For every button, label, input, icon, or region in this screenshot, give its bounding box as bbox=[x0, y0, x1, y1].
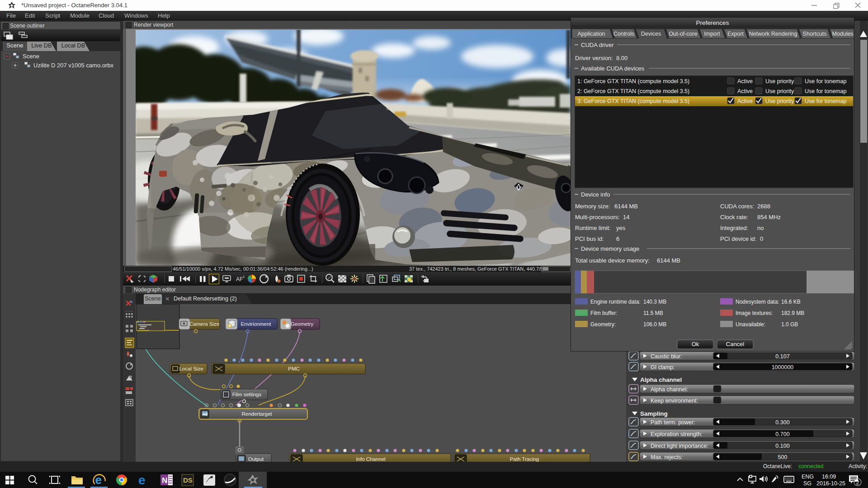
svg-text:140.3 MB: 140.3 MB bbox=[643, 299, 666, 305]
svg-text:Info Channel: Info Channel bbox=[356, 456, 385, 462]
svg-text:500: 500 bbox=[778, 454, 788, 460]
svg-text:Cancel: Cancel bbox=[726, 341, 745, 347]
svg-text:6144 MB: 6144 MB bbox=[657, 257, 680, 264]
svg-text:Export: Export bbox=[727, 31, 744, 37]
svg-text:Available CUDA devices: Available CUDA devices bbox=[581, 65, 644, 72]
svg-text:Nodesystem data:: Nodesystem data: bbox=[736, 299, 779, 305]
svg-text:Unavailable:: Unavailable: bbox=[736, 321, 765, 328]
svg-text:6144 MB: 6144 MB bbox=[614, 203, 638, 210]
svg-text:Keep environment:: Keep environment: bbox=[651, 398, 698, 404]
svg-text:Alpha channel: Alpha channel bbox=[640, 376, 682, 383]
svg-text:Runtime limit:: Runtime limit: bbox=[575, 225, 611, 231]
svg-text:2688: 2688 bbox=[757, 203, 770, 210]
svg-text:Use for tonemap: Use for tonemap bbox=[805, 98, 846, 104]
svg-text:14: 14 bbox=[623, 214, 629, 221]
svg-text:Geometry:: Geometry: bbox=[590, 321, 616, 328]
svg-text:yes: yes bbox=[616, 225, 626, 231]
svg-text:Devices: Devices bbox=[641, 31, 661, 37]
svg-text:1000000: 1000000 bbox=[772, 364, 794, 371]
svg-text:PCI device id:: PCI device id: bbox=[720, 235, 756, 242]
svg-text:PCI bus id:: PCI bus id: bbox=[575, 235, 604, 242]
svg-text:Image textures:: Image textures: bbox=[736, 310, 773, 316]
svg-text:Clock rate:: Clock rate: bbox=[720, 214, 748, 221]
svg-text:11.5 MB: 11.5 MB bbox=[643, 310, 663, 316]
svg-text:no: no bbox=[757, 225, 764, 231]
svg-text:Use priority: Use priority bbox=[765, 98, 794, 104]
svg-text:1: GeForce GTX TITAN (compute: 1: GeForce GTX TITAN (compute model 3.5) bbox=[577, 78, 689, 84]
svg-text:Driver version:: Driver version: bbox=[575, 55, 613, 61]
svg-text:Preferences: Preferences bbox=[696, 19, 729, 26]
svg-text:0.700: 0.700 bbox=[775, 431, 789, 437]
svg-text:1: 1 bbox=[243, 275, 245, 279]
svg-text:Scene: Scene bbox=[23, 53, 39, 60]
svg-text:Application: Application bbox=[577, 31, 605, 37]
svg-text:Ok: Ok bbox=[692, 341, 699, 347]
svg-text:0.100: 0.100 bbox=[775, 443, 789, 449]
svg-text:Use priority: Use priority bbox=[765, 88, 794, 94]
svg-text:Engine runtime data:: Engine runtime data: bbox=[590, 299, 641, 305]
svg-text:Envirionment: Envirionment bbox=[241, 321, 271, 327]
svg-text:106.0 MB: 106.0 MB bbox=[643, 321, 666, 328]
svg-text:Device memory usage: Device memory usage bbox=[581, 245, 639, 252]
svg-text:Output: Output bbox=[248, 456, 264, 462]
svg-text:0.300: 0.300 bbox=[775, 419, 789, 426]
svg-text:Max. rejects:: Max. rejects: bbox=[651, 454, 683, 460]
svg-text:ENG: ENG bbox=[802, 474, 814, 480]
svg-text:Path term. power:: Path term. power: bbox=[651, 419, 695, 426]
svg-text:1.0 GB: 1.0 GB bbox=[781, 321, 798, 328]
svg-text:Controls: Controls bbox=[613, 31, 635, 37]
svg-text:Modules: Modules bbox=[832, 31, 853, 37]
svg-text:2: 2 bbox=[856, 479, 859, 486]
svg-text:N: N bbox=[162, 476, 167, 485]
svg-text:GI clamp:: GI clamp: bbox=[651, 364, 675, 371]
svg-text:8.00: 8.00 bbox=[616, 55, 627, 61]
svg-text:e: e bbox=[138, 473, 146, 487]
svg-text:Use for tonemap: Use for tonemap bbox=[805, 88, 846, 94]
svg-text:Local Size: Local Size bbox=[179, 366, 203, 371]
svg-text:6: 6 bbox=[616, 235, 619, 242]
svg-text:Network Rendering: Network Rendering bbox=[749, 31, 797, 37]
svg-text:PMC: PMC bbox=[288, 366, 300, 371]
svg-text:16:09: 16:09 bbox=[822, 474, 836, 480]
svg-text:3: GeForce GTX TITAN (compute: 3: GeForce GTX TITAN (compute model 3.5) bbox=[577, 98, 689, 104]
svg-text:854 MHz: 854 MHz bbox=[757, 214, 781, 221]
svg-text:Active: Active bbox=[737, 78, 753, 84]
svg-text:0.107: 0.107 bbox=[775, 353, 789, 360]
svg-text:SG: SG bbox=[803, 480, 811, 487]
svg-text:Total usable device memory:: Total usable device memory: bbox=[575, 257, 650, 264]
svg-text:Integrated:: Integrated: bbox=[720, 225, 748, 231]
svg-text:Memory size:: Memory size: bbox=[575, 203, 610, 210]
svg-text:Multi-processors:: Multi-processors: bbox=[575, 214, 620, 221]
svg-text:CUDA driver: CUDA driver bbox=[581, 42, 614, 48]
svg-text:Film settings: Film settings bbox=[232, 392, 262, 397]
svg-text:16.6 KB: 16.6 KB bbox=[781, 299, 801, 305]
svg-text:Alpha channel:: Alpha channel: bbox=[651, 386, 688, 393]
svg-text:Uzilite D 207 v1005 camo.orbx: Uzilite D 207 v1005 camo.orbx bbox=[33, 62, 114, 69]
svg-text:Sampling: Sampling bbox=[640, 410, 668, 417]
svg-text:Caustic blur:: Caustic blur: bbox=[651, 353, 682, 360]
svg-text:Film buffer:: Film buffer: bbox=[590, 310, 618, 316]
svg-text:Rendertarget: Rendertarget bbox=[241, 411, 272, 417]
svg-text:DS: DS bbox=[183, 476, 193, 484]
svg-text:Geometry: Geometry bbox=[291, 321, 314, 327]
svg-text:Path Tracing: Path Tracing bbox=[510, 456, 539, 462]
svg-text:AF: AF bbox=[236, 276, 243, 282]
svg-text:Direct light importance:: Direct light importance: bbox=[651, 443, 708, 449]
svg-text:CUDA cores:: CUDA cores: bbox=[720, 203, 754, 210]
svg-text:2016-10-25: 2016-10-25 bbox=[816, 480, 845, 487]
svg-text:Import: Import bbox=[704, 31, 720, 37]
svg-text:Exploration strength:: Exploration strength: bbox=[651, 431, 703, 437]
svg-text:Active: Active bbox=[737, 88, 753, 94]
svg-text:Active: Active bbox=[737, 98, 753, 104]
svg-text:Device info: Device info bbox=[581, 191, 610, 198]
svg-text:Use for tonemap: Use for tonemap bbox=[805, 78, 846, 84]
svg-text:Use priority: Use priority bbox=[765, 78, 794, 84]
svg-text:2: GeForce GTX TITAN (compute: 2: GeForce GTX TITAN (compute model 3.5) bbox=[577, 88, 689, 94]
svg-text:Shortcuts: Shortcuts bbox=[803, 31, 827, 37]
svg-text:Out-of-core: Out-of-core bbox=[669, 31, 697, 37]
svg-text:Camera Size: Camera Size bbox=[189, 321, 219, 327]
svg-text:0: 0 bbox=[760, 235, 763, 242]
svg-text:182.9 MB: 182.9 MB bbox=[781, 310, 804, 316]
